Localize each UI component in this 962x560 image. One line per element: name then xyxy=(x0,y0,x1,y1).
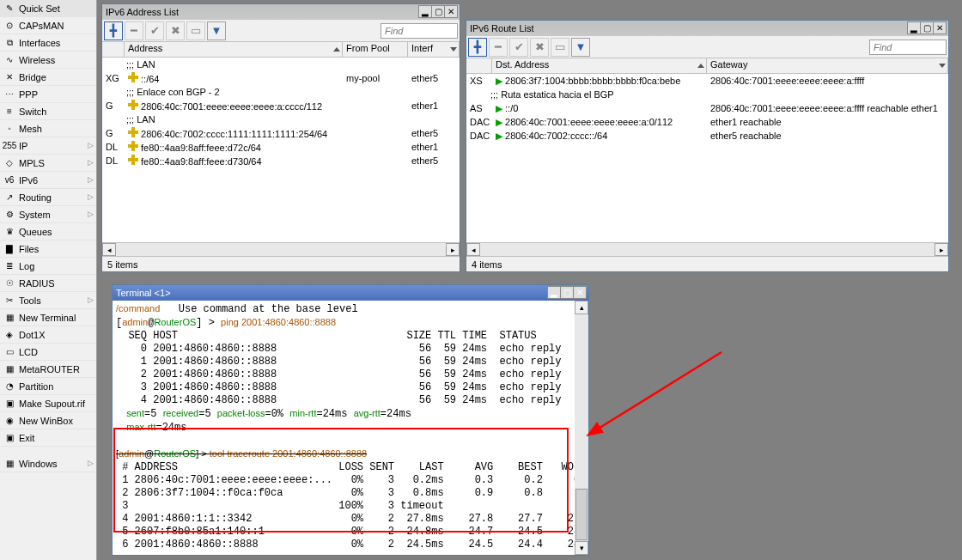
close-button[interactable]: ✕ xyxy=(573,286,587,299)
scroll-right-icon[interactable]: ▸ xyxy=(935,243,948,256)
sidebar-item-make-supout.rif[interactable]: ▣Make Supout.rif xyxy=(0,395,96,412)
sidebar-item-mpls[interactable]: ◇MPLS▷ xyxy=(0,155,96,172)
sidebar-item-label: RADIUS xyxy=(19,278,55,289)
scroll-left-icon[interactable]: ◂ xyxy=(466,243,480,256)
scroll-right-icon[interactable]: ▸ xyxy=(446,243,460,256)
sidebar-item-label: Log xyxy=(19,261,34,271)
sidebar-item-lcd[interactable]: ▭LCD xyxy=(0,344,96,361)
sidebar-item-ppp[interactable]: ⋯PPP xyxy=(0,86,96,103)
col-address[interactable]: Address xyxy=(125,42,343,57)
sidebar-item-log[interactable]: ≣Log xyxy=(0,258,96,275)
scroll-left-icon[interactable]: ◂ xyxy=(102,243,116,256)
minimize-button[interactable]: ▂ xyxy=(547,286,561,299)
scrollbar-v[interactable]: ▴ ▾ xyxy=(575,301,588,555)
sidebar-item-wireless[interactable]: ∿Wireless xyxy=(0,52,96,69)
scroll-thumb[interactable] xyxy=(575,489,588,540)
sidebar-item-switch[interactable]: ≡Switch xyxy=(0,103,96,120)
table-row[interactable]: DAC▶ 2806:40c:7002:cccc::/64ether5 reach… xyxy=(466,129,948,143)
sidebar-item-new-terminal[interactable]: ▦New Terminal xyxy=(0,309,96,326)
find-input[interactable] xyxy=(381,23,458,39)
address-grid: Address From Pool Interf ;;; LANXG ::/64… xyxy=(102,42,460,242)
filter-button[interactable]: ▼ xyxy=(571,38,590,57)
window-titlebar[interactable]: Terminal <1> ▂ ▢ ✕ xyxy=(113,285,588,301)
sidebar-item-label: Wireless xyxy=(19,55,55,65)
add-button[interactable]: ╋ xyxy=(104,21,123,40)
table-row[interactable]: DAC▶ 2806:40c:7001:eeee:eeee:eeee:a:0/11… xyxy=(466,115,948,129)
terminal-output[interactable]: /command Use command at the base level [… xyxy=(113,301,588,555)
window-titlebar[interactable]: IPv6 Address List ▂ ▢ ✕ xyxy=(102,4,460,20)
add-button[interactable]: ╋ xyxy=(468,38,487,57)
menu-icon: ⋯ xyxy=(3,88,15,100)
menu-icon: ∿ xyxy=(3,54,15,66)
scrollbar-h[interactable]: ◂ ▸ xyxy=(466,242,948,256)
col-dst[interactable]: Dst. Address xyxy=(492,58,707,73)
comment-row: ;;; Ruta estatica hacia el BGP xyxy=(466,88,948,101)
sidebar-item-label: New Terminal xyxy=(19,313,76,323)
sidebar-item-routing[interactable]: ↗Routing▷ xyxy=(0,189,96,206)
terminal-window: Terminal <1> ▂ ▢ ✕ /command Use command … xyxy=(112,284,589,556)
table-row[interactable]: XG ::/64my-poolether5 xyxy=(102,71,460,85)
sidebar-item-tools[interactable]: ✂Tools▷ xyxy=(0,292,96,309)
sidebar-item-label: Bridge xyxy=(19,72,46,82)
menu-icon: ◉ xyxy=(3,415,15,427)
minimize-button[interactable]: ▂ xyxy=(418,5,432,18)
maximize-button[interactable]: ▢ xyxy=(920,21,934,34)
sidebar-windows[interactable]: ▦ Windows ▷ xyxy=(0,455,96,472)
sidebar-item-dot1x[interactable]: ◈Dot1X xyxy=(0,326,96,344)
sidebar-item-radius[interactable]: ☉RADIUS xyxy=(0,275,96,292)
minimize-button[interactable]: ▂ xyxy=(907,21,921,34)
comment-row: ;;; Enlace con BGP - 2 xyxy=(102,85,460,99)
comment-button[interactable]: ▭ xyxy=(186,21,205,40)
sidebar-item-capsman[interactable]: ⊙CAPsMAN xyxy=(0,17,96,34)
disable-button[interactable]: ✖ xyxy=(530,38,549,57)
comment-row: ;;; LAN xyxy=(102,58,460,71)
find-input[interactable] xyxy=(869,40,947,55)
enable-button[interactable]: ✔ xyxy=(145,21,164,40)
comment-button[interactable]: ▭ xyxy=(551,38,569,57)
table-row[interactable]: DL fe80::4aa9:8aff:feee:d72c/64ether1 xyxy=(102,140,460,154)
sidebar-item-exit[interactable]: ▣Exit xyxy=(0,429,96,447)
sidebar-item-files[interactable]: ▇Files xyxy=(0,240,96,258)
col-flags[interactable] xyxy=(466,58,492,73)
sidebar-item-quick-set[interactable]: ✎Quick Set xyxy=(0,0,96,17)
table-row[interactable]: G 2806:40c:7001:eeee:eeee:eeee:a:cccc/11… xyxy=(102,99,460,113)
window-titlebar[interactable]: IPv6 Route List ▂ ▢ ✕ xyxy=(466,21,948,36)
sidebar-item-system[interactable]: ⚙System▷ xyxy=(0,206,96,223)
table-row[interactable]: G 2806:40c:7002:cccc:1111:1111:1111:254/… xyxy=(102,126,460,140)
maximize-button[interactable]: ▢ xyxy=(560,286,574,299)
sidebar-item-label: MetaROUTER xyxy=(19,364,80,374)
window-title: IPv6 Address List xyxy=(106,7,179,17)
sidebar-item-metarouter[interactable]: ▦MetaROUTER xyxy=(0,361,96,378)
col-flags[interactable] xyxy=(102,42,125,57)
toolbar: ╋ ━ ✔ ✖ ▭ ▼ xyxy=(466,36,948,58)
remove-button[interactable]: ━ xyxy=(125,21,143,40)
close-button[interactable]: ✕ xyxy=(933,21,947,34)
sidebar-item-label: Partition xyxy=(19,381,53,392)
scroll-down-icon[interactable]: ▾ xyxy=(575,541,588,555)
sidebar-item-new-winbox[interactable]: ◉New WinBox xyxy=(0,412,96,429)
sidebar-item-interfaces[interactable]: ⧉Interfaces xyxy=(0,34,96,52)
sidebar-item-label: IP xyxy=(19,141,27,151)
sidebar-item-ipv6[interactable]: v6IPv6▷ xyxy=(0,172,96,189)
scroll-up-icon[interactable]: ▴ xyxy=(575,301,588,314)
sidebar-item-mesh[interactable]: ◦Mesh xyxy=(0,120,96,137)
sidebar-item-queues[interactable]: ♛Queues xyxy=(0,223,96,240)
col-pool[interactable]: From Pool xyxy=(343,42,408,57)
sidebar-item-ip[interactable]: 255IP▷ xyxy=(0,137,96,155)
maximize-button[interactable]: ▢ xyxy=(431,5,445,18)
table-row[interactable]: XS▶ 2806:3f7:1004:bbbb:bbbb:bbbb:f0ca:be… xyxy=(466,74,948,88)
enable-button[interactable]: ✔ xyxy=(509,38,528,57)
window-title: IPv6 Route List xyxy=(470,23,534,33)
col-intf[interactable]: Interf xyxy=(408,42,460,57)
col-gateway[interactable]: Gateway xyxy=(707,58,948,73)
filter-button[interactable]: ▼ xyxy=(207,21,226,40)
disable-button[interactable]: ✖ xyxy=(166,21,185,40)
scrollbar-h[interactable]: ◂ ▸ xyxy=(102,242,460,256)
table-row[interactable]: DL fe80::4aa9:8aff:feee:d730/64ether5 xyxy=(102,154,460,167)
sidebar-item-partition[interactable]: ◔Partition xyxy=(0,378,96,395)
sidebar-item-bridge[interactable]: ✕Bridge xyxy=(0,69,96,86)
close-button[interactable]: ✕ xyxy=(444,5,458,18)
table-row[interactable]: AS▶ ::/02806:40c:7001:eeee:eeee:eeee:a:f… xyxy=(466,101,948,115)
remove-button[interactable]: ━ xyxy=(489,38,508,57)
menu-icon: ✂ xyxy=(3,295,15,307)
